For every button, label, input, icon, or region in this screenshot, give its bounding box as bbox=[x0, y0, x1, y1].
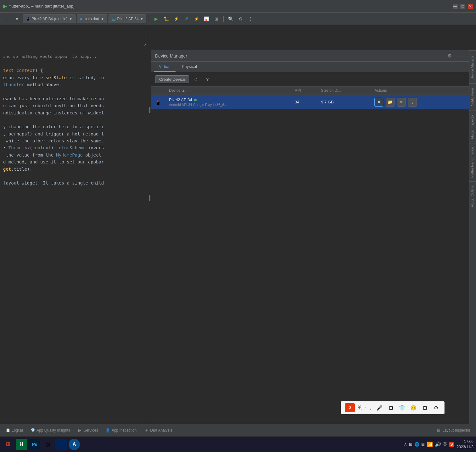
coverage-button[interactable]: ⊞ bbox=[212, 14, 221, 23]
taskbar-hbuilder-icon[interactable]: H bbox=[16, 439, 27, 450]
code-line: the value from the MyHomePage object bbox=[0, 152, 151, 158]
code-line: ework has been optimized to make rerun bbox=[0, 95, 151, 102]
device-manager-title: Device Manager bbox=[155, 53, 187, 58]
systray-kb[interactable]: ⊞ bbox=[421, 442, 425, 447]
attach-button[interactable]: ⚡ bbox=[172, 14, 181, 23]
layout-inspector-button[interactable]: ⊡ Layout Inspector bbox=[433, 426, 473, 435]
taskbar-left: ⊞ H Ps ◎ _ A bbox=[3, 439, 80, 450]
main-toolbar: ← ▼ 📱 Pixel2 API34 (mobile) ▼ ◈ main.dar… bbox=[0, 13, 476, 25]
title-bar-content: ▶ flutter-app1 – main.dart [flutter_app] bbox=[3, 3, 75, 9]
right-sidebar: Device Manager Notifications Flutter Ins… bbox=[469, 50, 476, 425]
back-button[interactable]: ← bbox=[3, 14, 11, 23]
th-api: API bbox=[291, 86, 317, 95]
taskbar-android-studio-icon[interactable]: A bbox=[69, 439, 80, 450]
clock-date: 2023/11/3 bbox=[457, 444, 473, 450]
tab-physical[interactable]: Physical bbox=[177, 62, 202, 72]
toolbar-separator-2 bbox=[223, 16, 224, 22]
ime-apps-button[interactable]: ⊞ bbox=[420, 403, 429, 412]
debug-button[interactable]: 🐛 bbox=[162, 14, 171, 23]
main-content: and so nothing would appear to happ... t… bbox=[0, 50, 476, 425]
open-folder-button[interactable]: 📁 bbox=[386, 98, 395, 107]
code-line: tCounter method above. bbox=[0, 81, 151, 88]
device-subtitle: Android API 34 Google Play | x86_6... bbox=[169, 103, 287, 107]
profile-button[interactable]: ↺ bbox=[182, 14, 191, 23]
code-line bbox=[0, 60, 151, 67]
title-bar: ▶ flutter-app1 – main.dart [flutter_app]… bbox=[0, 0, 476, 13]
logcat-button[interactable]: 📋 Logcat bbox=[3, 426, 26, 435]
refresh-button[interactable]: ↺ bbox=[192, 75, 200, 84]
sidebar-tab-notifications[interactable]: Notifications bbox=[469, 83, 476, 110]
stop-button[interactable]: 📊 bbox=[202, 14, 211, 23]
systray-globe[interactable]: 🌐 bbox=[414, 442, 419, 447]
taskbar-photoshop-icon[interactable]: Ps bbox=[29, 439, 40, 450]
taskbar-windows-icon[interactable]: ⊞ bbox=[3, 439, 14, 450]
systray-ime[interactable]: S bbox=[449, 442, 454, 447]
code-line: d method, and use it to set our appbar bbox=[0, 158, 151, 165]
search-button[interactable]: 🔍 bbox=[226, 14, 235, 23]
file-selector[interactable]: ◈ main.dart ▼ bbox=[77, 14, 107, 23]
ime-logo: S bbox=[345, 403, 355, 412]
minimize-panel-button[interactable]: — bbox=[456, 52, 465, 60]
code-line: erun every time setState is called, fo bbox=[0, 74, 151, 81]
check-mark: ✓ bbox=[143, 41, 147, 48]
settings-icon-button[interactable]: ⚙ bbox=[445, 52, 454, 60]
services-button[interactable]: ▶ Services bbox=[75, 426, 101, 435]
th-device[interactable]: Device ▲ bbox=[165, 86, 291, 95]
panel-menu-dots[interactable]: ⋮ bbox=[144, 29, 150, 36]
hot-reload-button[interactable]: ⚡ bbox=[192, 14, 201, 23]
device-row-actions: ■ 📁 ✏ ⋮ bbox=[371, 95, 469, 109]
ime-chinese[interactable]: 英 bbox=[357, 405, 362, 411]
more-device-button[interactable]: ⋮ bbox=[408, 98, 417, 107]
code-line: while the other colors stay the same. bbox=[0, 137, 151, 144]
code-line: , perhaps?) and trigger a hot reload t bbox=[0, 130, 151, 137]
flutter-icon: ◈ bbox=[80, 17, 82, 21]
systray-speaker[interactable]: 🔊 bbox=[435, 441, 441, 447]
code-editor[interactable]: and so nothing would appear to happ... t… bbox=[0, 50, 151, 425]
maximize-button[interactable]: □ bbox=[460, 4, 465, 9]
stop-device-button[interactable]: ■ bbox=[374, 98, 383, 107]
more-button[interactable]: ⋮ bbox=[246, 14, 255, 23]
app-icon: ▶ bbox=[3, 3, 7, 9]
sidebar-tab-device-manager[interactable]: Device Manager bbox=[469, 50, 476, 83]
taskbar-clock[interactable]: 17:00 2023/11/3 bbox=[457, 439, 473, 450]
ime-tshirt-button[interactable]: 👕 bbox=[398, 403, 406, 412]
forward-button[interactable]: ▼ bbox=[13, 14, 21, 23]
edit-device-button[interactable]: ✏ bbox=[397, 98, 406, 107]
ime-settings-button[interactable]: ⚙ bbox=[432, 403, 440, 412]
systray-wifi[interactable]: 📶 bbox=[427, 441, 433, 447]
settings-button[interactable]: ⚙ bbox=[236, 14, 245, 23]
devices-table: Device ▲ API Size on Di... Actions 📱 Pix… bbox=[151, 86, 469, 109]
systray-grid[interactable]: ⊞ bbox=[409, 442, 412, 447]
tab-virtual[interactable]: Virtual bbox=[154, 62, 176, 72]
code-line bbox=[0, 116, 151, 123]
scroll-marker-2 bbox=[149, 195, 150, 201]
dropdown-icon: ▼ bbox=[140, 17, 144, 21]
device-manager-panel: Device Manager ⚙ — Virtual Physical Crea… bbox=[151, 50, 469, 425]
emulator-selector[interactable]: 📺 Pixel2 API34 ▼ bbox=[109, 14, 147, 23]
systray-lang[interactable]: 英 bbox=[443, 442, 447, 447]
inspection-icon: 👤 bbox=[106, 428, 110, 433]
ime-mic-button[interactable]: 🎤 bbox=[375, 403, 384, 412]
minimize-button[interactable]: — bbox=[453, 4, 458, 9]
dropdown-icon: ▼ bbox=[69, 17, 73, 21]
help-button[interactable]: ? bbox=[203, 75, 212, 84]
create-device-button[interactable]: Create Device bbox=[155, 75, 189, 83]
ime-grid-button[interactable]: ⊞ bbox=[386, 403, 395, 412]
app-inspection-button[interactable]: 👤 App Inspection bbox=[103, 426, 140, 435]
ime-comma[interactable]: , bbox=[370, 405, 372, 410]
sidebar-tab-flutter-performance[interactable]: Flutter Performance bbox=[469, 143, 476, 181]
systray-arrow[interactable]: ∧ bbox=[404, 442, 407, 447]
ime-toolbar: S 英 · , 🎤 ⊞ 👕 😊 ⊞ ⚙ bbox=[341, 401, 445, 414]
device-manager-toolbar: Create Device ↺ ? bbox=[151, 72, 469, 86]
close-button[interactable]: ✕ bbox=[468, 4, 473, 9]
sidebar-tab-flutter-outline[interactable]: Flutter Outline bbox=[469, 181, 476, 211]
clock-time: 17:00 bbox=[457, 439, 473, 444]
dart-analysis-button[interactable]: ◈ Dart Analysis bbox=[141, 426, 175, 435]
ime-emoji-button[interactable]: 😊 bbox=[409, 403, 418, 412]
run-button[interactable]: ▶ bbox=[152, 14, 160, 23]
app-quality-insights-button[interactable]: 💎 App Quality Insights bbox=[27, 426, 73, 435]
sidebar-tab-flutter-inspector[interactable]: Flutter Inspector bbox=[469, 110, 476, 143]
taskbar-powershell-icon[interactable]: _ bbox=[55, 439, 67, 450]
taskbar-app3-icon[interactable]: ◎ bbox=[42, 439, 53, 450]
device-selector[interactable]: 📱 Pixel2 API34 (mobile) ▼ bbox=[23, 14, 76, 23]
